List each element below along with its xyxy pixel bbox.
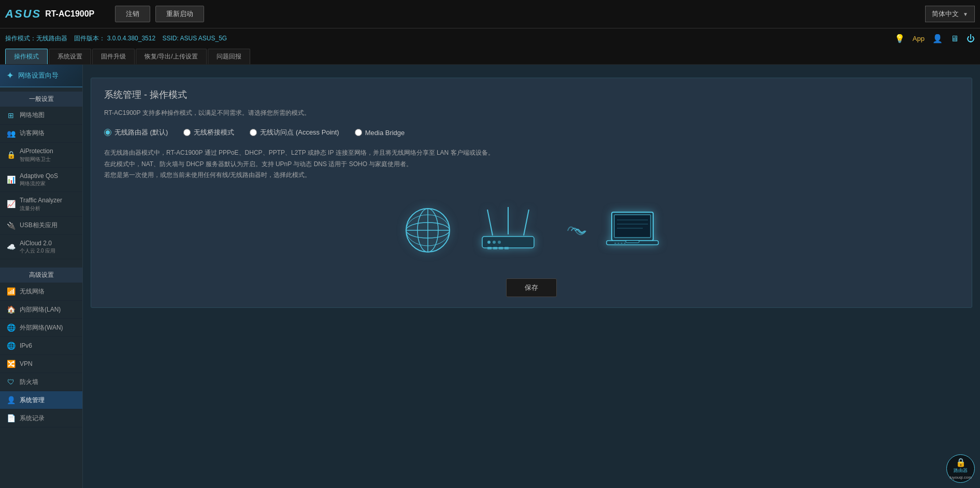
system-admin-label: 系统管理 bbox=[20, 396, 45, 405]
adaptive-qos-label: Adaptive QoS 网络流控家 bbox=[20, 172, 58, 187]
sidebar-item-system-admin[interactable]: 👤 系统管理 bbox=[0, 391, 82, 409]
asus-brand: ASUS bbox=[5, 7, 41, 21]
watermark: 🔒 路由器 luyouqi.com bbox=[946, 454, 975, 483]
mode-description: 在无线路由器模式中，RT-AC1900P 通过 PPPoE、DHCP、PPTP、… bbox=[104, 147, 959, 181]
sidebar-item-guest-network[interactable]: 👥 访客网络 bbox=[0, 125, 82, 143]
vpn-label: VPN bbox=[20, 360, 33, 368]
lan-label: 内部网络(LAN) bbox=[20, 306, 61, 314]
sidebar-item-wireless[interactable]: 📶 无线网络 bbox=[0, 283, 82, 301]
monitor-icon[interactable]: 🖥 bbox=[950, 34, 959, 43]
sidebar-item-traffic-analyzer[interactable]: 📈 Traffic Analyzer 流量分析 bbox=[0, 192, 82, 217]
diagram-container bbox=[402, 204, 661, 258]
traffic-analyzer-sublabel: 流量分析 bbox=[20, 205, 62, 212]
mode-wireless-router-radio[interactable] bbox=[104, 129, 111, 136]
guest-network-icon: 👥 bbox=[6, 129, 16, 138]
watermark-subtext: luyouqi.com bbox=[949, 475, 972, 480]
guest-network-label: 访客网络 bbox=[20, 129, 45, 138]
status-bar: 操作模式：无线路由器 固件版本： 3.0.0.4.380_3512 SSID: … bbox=[5, 31, 975, 46]
svg-point-12 bbox=[498, 241, 501, 244]
tab-firmware-upgrade[interactable]: 固件升级 bbox=[92, 49, 135, 64]
mode-wireless-bridge-radio[interactable] bbox=[183, 129, 191, 136]
status-left: 操作模式：无线路由器 固件版本： 3.0.0.4.380_3512 SSID: … bbox=[5, 34, 227, 43]
logout-button[interactable]: 注销 bbox=[115, 6, 150, 22]
save-btn-container: 保存 bbox=[104, 278, 959, 297]
svg-rect-25 bbox=[617, 243, 619, 244]
sidebar-item-network-map[interactable]: ⊞ 网络地图 bbox=[0, 107, 82, 125]
svg-rect-24 bbox=[614, 243, 616, 244]
language-label: 简体中文 bbox=[932, 9, 959, 19]
ipv6-label: IPv6 bbox=[20, 342, 32, 350]
svg-point-11 bbox=[493, 241, 496, 244]
firewall-label: 防火墙 bbox=[20, 378, 38, 387]
tab-restore-settings[interactable]: 恢复/导出/上传设置 bbox=[136, 49, 207, 64]
mode-media-bridge-label: Media Bridge bbox=[365, 129, 405, 137]
restart-button[interactable]: 重新启动 bbox=[155, 6, 204, 22]
wizard-icon: ✦ bbox=[6, 70, 14, 81]
status-right: 💡 App 👤 🖥 ⏻ bbox=[895, 34, 975, 43]
laptop-icon bbox=[604, 204, 661, 258]
mode-radio-options: 无线路由器 (默认) 无线桥接模式 无线访问点 (Access Point) M… bbox=[104, 128, 959, 137]
main-layout: ✦ 网络设置向导 一般设置 ⊞ 网络地图 👥 访客网络 🔒 AiProtecti… bbox=[0, 65, 980, 488]
usb-apps-label: USB相关应用 bbox=[20, 221, 57, 230]
ssid-5g-value: ASUS_5G bbox=[198, 35, 227, 42]
sidebar-item-system-log[interactable]: 📄 系统记录 bbox=[0, 409, 82, 427]
mode-media-bridge-radio[interactable] bbox=[355, 129, 362, 136]
tab-system-settings[interactable]: 系统设置 bbox=[49, 49, 91, 64]
sidebar-item-usb-apps[interactable]: 🔌 USB相关应用 bbox=[0, 217, 82, 235]
adaptive-qos-icon: 📊 bbox=[6, 175, 16, 184]
user-icon[interactable]: 👤 bbox=[932, 34, 943, 43]
save-button[interactable]: 保存 bbox=[506, 278, 557, 297]
tab-bar: 操作模式 系统设置 固件升级 恢复/导出/上传设置 问题回报 bbox=[5, 46, 975, 64]
wizard-label: 网络设置向导 bbox=[18, 71, 59, 80]
watermark-text: 路由器 bbox=[954, 467, 968, 474]
firewall-icon: 🛡 bbox=[6, 378, 16, 386]
tab-operation-mode[interactable]: 操作模式 bbox=[5, 49, 48, 64]
logout-icon[interactable]: ⏻ bbox=[967, 34, 975, 43]
mode-access-point-label: 无线访问点 (Access Point) bbox=[260, 128, 339, 137]
sidebar-item-ipv6[interactable]: 🌐 IPv6 bbox=[0, 337, 82, 355]
sidebar-item-aiprotection[interactable]: 🔒 AiProtection 智能网络卫士 bbox=[0, 143, 82, 168]
aiprotection-sublabel: 智能网络卫士 bbox=[20, 156, 53, 162]
svg-rect-18 bbox=[614, 215, 651, 238]
sidebar-item-firewall[interactable]: 🛡 防火墙 bbox=[0, 373, 82, 391]
advanced-section-title: 高级设置 bbox=[0, 268, 82, 283]
sidebar-item-aicloud[interactable]: ☁️ AiCloud 2.0 个人云 2.0 应用 bbox=[0, 235, 82, 260]
aicloud-label: AiCloud 2.0 个人云 2.0 应用 bbox=[20, 240, 55, 255]
mode-media-bridge[interactable]: Media Bridge bbox=[355, 129, 405, 137]
mode-wireless-router[interactable]: 无线路由器 (默认) bbox=[104, 128, 168, 137]
page-card: 系统管理 - 操作模式 RT-AC1900P 支持多种操作模式，以满足不同需求。… bbox=[91, 78, 972, 308]
mode-access-point-radio[interactable] bbox=[250, 129, 257, 136]
aiprotection-label: AiProtection 智能网络卫士 bbox=[20, 147, 53, 162]
general-section-title: 一般设置 bbox=[0, 92, 82, 107]
sidebar-item-adaptive-qos[interactable]: 📊 Adaptive QoS 网络流控家 bbox=[0, 168, 82, 193]
globe-icon bbox=[402, 204, 454, 258]
sidebar-item-lan[interactable]: 🏠 内部网络(LAN) bbox=[0, 301, 82, 319]
usb-apps-icon: 🔌 bbox=[6, 221, 16, 230]
sidebar-item-wan[interactable]: 🌐 外部网络(WAN) bbox=[0, 319, 82, 337]
mode-desc-line2: 在此模式中，NAT、防火墙与 DHCP 服务器默认为开启。支持 UPnP 与动态… bbox=[104, 160, 412, 168]
sidebar-item-vpn[interactable]: 🔀 VPN bbox=[0, 355, 82, 373]
svg-rect-23 bbox=[626, 241, 639, 243]
brand-logo: ASUS RT-AC1900P bbox=[5, 7, 94, 21]
system-log-icon: 📄 bbox=[6, 414, 16, 422]
mode-access-point[interactable]: 无线访问点 (Access Point) bbox=[250, 128, 339, 137]
sidebar: ✦ 网络设置向导 一般设置 ⊞ 网络地图 👥 访客网络 🔒 AiProtecti… bbox=[0, 65, 83, 488]
ssid-label: SSID: bbox=[162, 35, 178, 42]
wireless-label: 无线网络 bbox=[20, 288, 45, 296]
nav-wizard-inner: ✦ 网络设置向导 bbox=[6, 70, 76, 81]
bulb-icon[interactable]: 💡 bbox=[895, 34, 905, 43]
mode-wireless-bridge[interactable]: 无线桥接模式 bbox=[183, 128, 234, 137]
wan-label: 外部网络(WAN) bbox=[20, 324, 63, 332]
sidebar-advanced-section: 高级设置 📶 无线网络 🏠 内部网络(LAN) 🌐 外部网络(WAN) 🌐 IP… bbox=[0, 263, 82, 432]
nav-wizard[interactable]: ✦ 网络设置向导 bbox=[0, 65, 82, 87]
page-description: RT-AC1900P 支持多种操作模式，以满足不同需求。请选择您所需的模式。 bbox=[104, 109, 959, 117]
tab-issue-report[interactable]: 问题回报 bbox=[208, 49, 250, 64]
language-selector[interactable]: 简体中文 ▼ bbox=[925, 6, 975, 22]
svg-line-8 bbox=[524, 210, 529, 235]
aicloud-sublabel: 个人云 2.0 应用 bbox=[20, 247, 55, 254]
svg-rect-16 bbox=[505, 247, 509, 249]
system-admin-icon: 👤 bbox=[6, 396, 16, 404]
svg-rect-15 bbox=[499, 247, 503, 249]
traffic-analyzer-label: Traffic Analyzer 流量分析 bbox=[20, 197, 62, 212]
adaptive-qos-sublabel: 网络流控家 bbox=[20, 180, 58, 187]
